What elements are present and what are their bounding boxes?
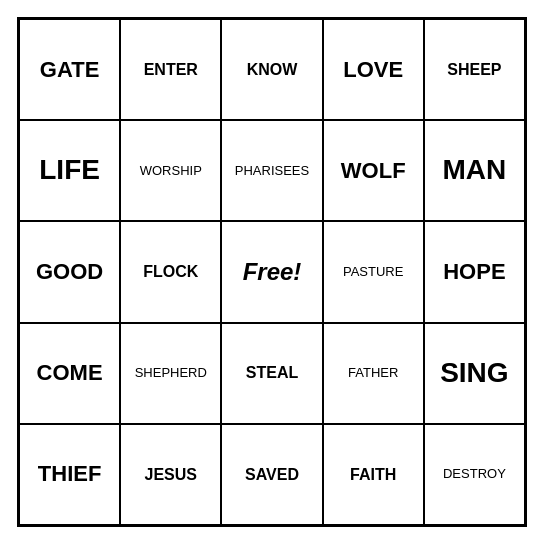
cell-text-8: WOLF (341, 159, 406, 183)
cell-text-6: WORSHIP (140, 164, 202, 178)
bingo-cell-7[interactable]: PHARISEES (221, 120, 322, 221)
cell-text-13: PASTURE (343, 265, 403, 279)
cell-text-21: JESUS (145, 466, 197, 484)
cell-text-17: STEAL (246, 364, 298, 382)
cell-text-7: PHARISEES (235, 164, 309, 178)
bingo-cell-8[interactable]: WOLF (323, 120, 424, 221)
bingo-card: GATEENTERKNOWLOVESHEEPLIFEWORSHIPPHARISE… (17, 17, 527, 527)
bingo-cell-18[interactable]: FATHER (323, 323, 424, 424)
bingo-cell-13[interactable]: PASTURE (323, 221, 424, 322)
bingo-cell-0[interactable]: GATE (19, 19, 120, 120)
bingo-cell-5[interactable]: LIFE (19, 120, 120, 221)
bingo-cell-6[interactable]: WORSHIP (120, 120, 221, 221)
cell-text-15: COME (37, 361, 103, 385)
bingo-cell-20[interactable]: THIEF (19, 424, 120, 525)
bingo-cell-19[interactable]: SING (424, 323, 525, 424)
bingo-cell-16[interactable]: SHEPHERD (120, 323, 221, 424)
bingo-cell-2[interactable]: KNOW (221, 19, 322, 120)
cell-text-11: FLOCK (143, 263, 198, 281)
bingo-cell-22[interactable]: SAVED (221, 424, 322, 525)
bingo-cell-17[interactable]: STEAL (221, 323, 322, 424)
cell-text-19: SING (440, 358, 508, 389)
cell-text-23: FAITH (350, 466, 396, 484)
bingo-cell-14[interactable]: HOPE (424, 221, 525, 322)
cell-text-18: FATHER (348, 366, 398, 380)
cell-text-14: HOPE (443, 260, 505, 284)
bingo-cell-15[interactable]: COME (19, 323, 120, 424)
cell-text-9: MAN (443, 155, 507, 186)
bingo-cell-9[interactable]: MAN (424, 120, 525, 221)
cell-text-0: GATE (40, 58, 99, 82)
bingo-cell-21[interactable]: JESUS (120, 424, 221, 525)
cell-text-5: LIFE (39, 155, 100, 186)
bingo-cell-12[interactable]: Free! (221, 221, 322, 322)
cell-text-10: GOOD (36, 260, 103, 284)
cell-text-4: SHEEP (447, 61, 501, 79)
bingo-cell-4[interactable]: SHEEP (424, 19, 525, 120)
bingo-cell-23[interactable]: FAITH (323, 424, 424, 525)
bingo-cell-10[interactable]: GOOD (19, 221, 120, 322)
cell-text-2: KNOW (247, 61, 298, 79)
bingo-cell-3[interactable]: LOVE (323, 19, 424, 120)
cell-text-24: DESTROY (443, 467, 506, 481)
cell-text-3: LOVE (343, 58, 403, 82)
cell-text-16: SHEPHERD (135, 366, 207, 380)
bingo-cell-24[interactable]: DESTROY (424, 424, 525, 525)
cell-text-22: SAVED (245, 466, 299, 484)
cell-text-20: THIEF (38, 462, 102, 486)
bingo-cell-11[interactable]: FLOCK (120, 221, 221, 322)
cell-text-1: ENTER (144, 61, 198, 79)
cell-text-12: Free! (243, 259, 302, 285)
bingo-cell-1[interactable]: ENTER (120, 19, 221, 120)
